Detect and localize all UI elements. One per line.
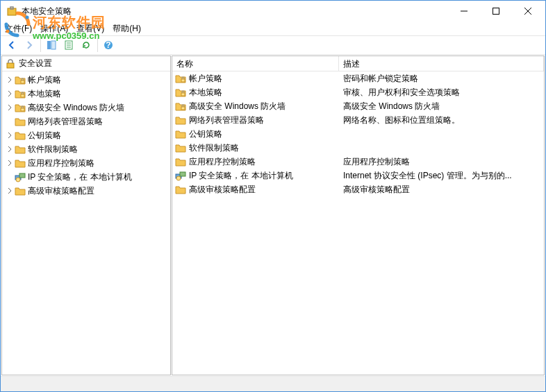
svg-text:?: ? (106, 40, 110, 50)
expand-icon[interactable] (5, 117, 15, 126)
list-header: 名称 描述 (172, 56, 544, 71)
folder-icon (175, 128, 186, 139)
svg-rect-14 (21, 108, 24, 111)
app-icon (6, 6, 17, 17)
menu-action[interactable]: 操作(A) (40, 23, 68, 35)
maximize-button[interactable] (480, 1, 512, 22)
expand-icon[interactable] (5, 89, 15, 99)
list-row[interactable]: 网络列表管理器策略网络名称、图标和位置组策略。 (172, 113, 544, 127)
close-button[interactable] (512, 1, 544, 22)
folder-icon (15, 144, 26, 155)
tree-item-label: 软件限制策略 (28, 144, 78, 155)
list-item-name: 本地策略 (189, 87, 222, 99)
list-item-desc: 应用程序控制策略 (339, 156, 544, 168)
svg-rect-22 (180, 172, 185, 176)
folder-lock-icon (15, 102, 26, 113)
list-item-desc: 网络名称、图标和位置组策略。 (339, 114, 544, 126)
list-row[interactable]: 高级安全 Windows 防火墙高级安全 Windows 防火墙 (172, 99, 544, 113)
tree-item[interactable]: 应用程序控制策略 (2, 156, 170, 170)
tree-item[interactable]: 高级审核策略配置 (2, 184, 170, 198)
content-area: 安全设置 帐户策略本地策略高级安全 Windows 防火墙网络列表管理器策略公钥… (1, 55, 545, 376)
column-header-name[interactable]: 名称 (172, 56, 339, 71)
list-item-name: 帐户策略 (189, 73, 222, 85)
list-body: 帐户策略密码和帐户锁定策略本地策略审核、用户权利和安全选项策略高级安全 Wind… (172, 71, 544, 196)
minimize-button[interactable] (448, 1, 480, 22)
list-item-desc: 高级安全 Windows 防火墙 (339, 101, 544, 112)
toolbar-separator (40, 38, 41, 52)
expand-icon[interactable] (5, 144, 15, 154)
expand-icon[interactable] (5, 75, 15, 85)
list-row[interactable]: 本地策略审核、用户权利和安全选项策略 (172, 85, 544, 99)
folder-lock-icon (175, 101, 186, 112)
svg-rect-7 (51, 41, 56, 49)
window-title: 本地安全策略 (22, 6, 448, 17)
menubar: 文件(F) 操作(A) 查看(V) 帮助(H) (1, 22, 545, 35)
svg-rect-3 (493, 8, 499, 15)
folder-icon (15, 157, 26, 169)
list-item-desc: 高级审核策略配置 (339, 184, 544, 196)
list-item-name: 高级安全 Windows 防火墙 (189, 101, 286, 112)
expand-icon[interactable] (5, 158, 15, 168)
export-list-button[interactable] (60, 37, 77, 53)
tree-item-label: 应用程序控制策略 (28, 157, 94, 169)
list-item-name: 网络列表管理器策略 (189, 114, 264, 126)
svg-rect-11 (7, 63, 14, 68)
list-row[interactable]: 应用程序控制策略应用程序控制策略 (172, 155, 544, 169)
expand-icon[interactable] (5, 130, 15, 140)
menu-help[interactable]: 帮助(H) (113, 23, 141, 35)
list-item-desc: Internet 协议安全性 (IPsec) 管理。为与别的... (339, 170, 544, 182)
svg-rect-6 (47, 41, 51, 49)
folder-icon (15, 116, 26, 127)
list-row[interactable]: 软件限制策略 (172, 141, 544, 155)
help-button[interactable]: ? (100, 37, 117, 53)
menu-view[interactable]: 查看(V) (76, 23, 104, 35)
tree-item[interactable]: 高级安全 Windows 防火墙 (2, 101, 170, 114)
toolbar: ? (1, 35, 545, 55)
list-row[interactable]: IP 安全策略，在 本地计算机Internet 协议安全性 (IPsec) 管理… (172, 169, 544, 182)
svg-rect-20 (181, 107, 185, 110)
expand-icon[interactable] (5, 172, 15, 182)
list-row[interactable]: 帐户策略密码和帐户锁定策略 (172, 71, 544, 85)
tree-item[interactable]: IP 安全策略，在 本地计算机 (2, 170, 170, 184)
list-item-name: 高级审核策略配置 (189, 184, 256, 196)
refresh-button[interactable] (78, 37, 94, 53)
folder-lock-icon (175, 87, 186, 98)
menu-file[interactable]: 文件(F) (5, 23, 32, 35)
expand-icon[interactable] (5, 186, 15, 196)
list-panel: 名称 描述 帐户策略密码和帐户锁定策略本地策略审核、用户权利和安全选项策略高级安… (172, 56, 545, 375)
tree-item-label: 本地策略 (28, 88, 61, 100)
tree-item[interactable]: 本地策略 (2, 87, 170, 101)
tree-item[interactable]: 网络列表管理器策略 (2, 114, 170, 128)
tree-root[interactable]: 安全设置 (2, 56, 170, 71)
show-hide-tree-button[interactable] (43, 37, 60, 53)
tree-item[interactable]: 软件限制策略 (2, 142, 170, 156)
tree-item-label: 公钥策略 (28, 130, 61, 142)
tree-item-label: 网络列表管理器策略 (28, 116, 103, 128)
titlebar: 本地安全策略 (1, 1, 545, 22)
list-row[interactable]: 高级审核策略配置高级审核策略配置 (172, 182, 544, 196)
tree-item[interactable]: 公钥策略 (2, 128, 170, 142)
list-item-desc: 密码和帐户锁定策略 (339, 73, 544, 85)
tree-item-label: 高级审核策略配置 (28, 185, 94, 197)
svg-rect-13 (21, 94, 24, 97)
toolbar-separator (97, 38, 98, 52)
list-item-name: 公钥策略 (189, 128, 222, 140)
list-row[interactable]: 公钥策略 (172, 127, 544, 141)
list-item-name: IP 安全策略，在 本地计算机 (189, 170, 293, 182)
tree-item[interactable]: 帐户策略 (2, 73, 170, 87)
svg-rect-19 (181, 93, 185, 96)
folder-lock-icon (175, 73, 186, 84)
forward-button[interactable] (21, 37, 38, 53)
lock-icon (5, 58, 16, 69)
ipsec-icon (175, 170, 186, 181)
folder-icon (15, 185, 26, 196)
folder-icon (175, 142, 186, 153)
svg-rect-18 (181, 79, 185, 82)
expand-icon[interactable] (5, 103, 15, 112)
folder-lock-icon (15, 74, 26, 85)
tree-item-label: 高级安全 Windows 防火墙 (28, 102, 124, 114)
back-button[interactable] (3, 37, 20, 53)
folder-icon (175, 114, 186, 126)
column-header-desc[interactable]: 描述 (339, 56, 544, 71)
tree-item-label: IP 安全策略，在 本地计算机 (28, 171, 132, 183)
